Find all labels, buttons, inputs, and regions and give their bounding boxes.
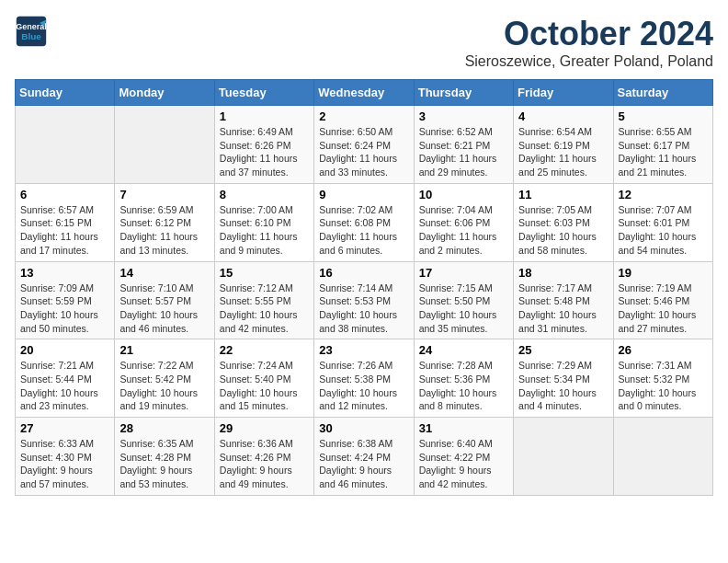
calendar-week-row: 6Sunrise: 6:57 AMSunset: 6:15 PMDaylight… (16, 183, 713, 261)
day-detail: Sunrise: 6:40 AMSunset: 4:22 PMDaylight:… (419, 437, 508, 491)
calendar-table: SundayMondayTuesdayWednesdayThursdayFrid… (15, 79, 713, 496)
day-detail: Sunrise: 7:19 AMSunset: 5:46 PMDaylight:… (619, 282, 708, 336)
day-detail: Sunrise: 6:50 AMSunset: 6:24 PMDaylight:… (319, 125, 408, 179)
day-number: 5 (619, 109, 708, 123)
calendar-week-row: 1Sunrise: 6:49 AMSunset: 6:26 PMDaylight… (16, 106, 713, 184)
day-detail: Sunrise: 7:10 AMSunset: 5:57 PMDaylight:… (119, 282, 209, 336)
day-number: 10 (419, 188, 508, 201)
day-detail: Sunrise: 7:31 AMSunset: 5:32 PMDaylight:… (619, 359, 708, 413)
day-detail: Sunrise: 7:09 AMSunset: 5:59 PMDaylight:… (20, 282, 109, 336)
day-detail: Sunrise: 7:26 AMSunset: 5:38 PMDaylight:… (319, 359, 408, 413)
day-number: 17 (419, 266, 508, 280)
calendar-cell: 28Sunrise: 6:35 AMSunset: 4:28 PMDayligh… (115, 418, 214, 496)
day-detail: Sunrise: 6:57 AMSunset: 6:15 PMDaylight:… (20, 203, 109, 258)
day-number: 20 (20, 343, 109, 357)
calendar-cell: 20Sunrise: 7:21 AMSunset: 5:44 PMDayligh… (16, 339, 115, 418)
calendar-cell: 29Sunrise: 6:36 AMSunset: 4:26 PMDayligh… (214, 418, 313, 496)
calendar-cell: 9Sunrise: 7:02 AMSunset: 6:08 PMDaylight… (314, 183, 414, 261)
day-number: 29 (220, 421, 309, 435)
calendar-cell (115, 106, 214, 184)
calendar-cell: 19Sunrise: 7:19 AMSunset: 5:46 PMDayligh… (613, 261, 712, 339)
day-detail: Sunrise: 6:49 AMSunset: 6:26 PMDaylight:… (220, 125, 309, 179)
day-number: 23 (319, 343, 408, 357)
calendar-week-row: 13Sunrise: 7:09 AMSunset: 5:59 PMDayligh… (16, 261, 713, 339)
calendar-cell: 16Sunrise: 7:14 AMSunset: 5:53 PMDayligh… (314, 261, 414, 339)
calendar-cell: 31Sunrise: 6:40 AMSunset: 4:22 PMDayligh… (414, 418, 513, 496)
calendar-cell: 1Sunrise: 6:49 AMSunset: 6:26 PMDaylight… (214, 106, 313, 184)
day-number: 25 (518, 343, 608, 357)
weekday-header: Thursday (414, 80, 513, 106)
day-number: 27 (20, 421, 109, 435)
calendar-cell: 7Sunrise: 6:59 AMSunset: 6:12 PMDaylight… (115, 183, 214, 261)
day-number: 19 (619, 266, 708, 280)
day-detail: Sunrise: 7:24 AMSunset: 5:40 PMDaylight:… (220, 359, 309, 413)
day-detail: Sunrise: 6:52 AMSunset: 6:21 PMDaylight:… (419, 125, 508, 179)
day-number: 26 (619, 343, 708, 357)
day-number: 28 (119, 421, 209, 435)
calendar-cell: 30Sunrise: 6:38 AMSunset: 4:24 PMDayligh… (314, 418, 414, 496)
calendar-cell (16, 106, 115, 184)
day-detail: Sunrise: 7:29 AMSunset: 5:34 PMDaylight:… (518, 359, 608, 413)
day-number: 11 (518, 188, 608, 201)
header: General Blue October 2024 Sieroszewice, … (15, 15, 713, 70)
day-number: 9 (319, 188, 408, 201)
day-number: 15 (220, 266, 309, 280)
calendar-cell: 3Sunrise: 6:52 AMSunset: 6:21 PMDaylight… (414, 106, 513, 184)
day-number: 14 (119, 266, 209, 280)
day-number: 6 (20, 188, 109, 201)
month-title: October 2024 (465, 15, 713, 53)
day-number: 3 (419, 109, 508, 123)
day-number: 31 (419, 421, 508, 435)
day-detail: Sunrise: 7:02 AMSunset: 6:08 PMDaylight:… (319, 203, 408, 258)
day-number: 2 (319, 109, 408, 123)
calendar-cell: 25Sunrise: 7:29 AMSunset: 5:34 PMDayligh… (514, 339, 613, 418)
weekday-header: Sunday (16, 80, 115, 106)
weekday-header-row: SundayMondayTuesdayWednesdayThursdayFrid… (16, 80, 713, 106)
calendar-cell: 6Sunrise: 6:57 AMSunset: 6:15 PMDaylight… (16, 183, 115, 261)
weekday-header: Friday (514, 80, 613, 106)
calendar-cell: 18Sunrise: 7:17 AMSunset: 5:48 PMDayligh… (514, 261, 613, 339)
calendar-cell: 14Sunrise: 7:10 AMSunset: 5:57 PMDayligh… (115, 261, 214, 339)
day-number: 16 (319, 266, 408, 280)
day-number: 13 (20, 266, 109, 280)
day-number: 4 (518, 109, 608, 123)
title-area: October 2024 Sieroszewice, Greater Polan… (465, 15, 713, 70)
day-detail: Sunrise: 7:12 AMSunset: 5:55 PMDaylight:… (220, 282, 309, 336)
day-detail: Sunrise: 6:33 AMSunset: 4:30 PMDaylight:… (20, 437, 109, 491)
day-number: 24 (419, 343, 508, 357)
calendar-cell: 12Sunrise: 7:07 AMSunset: 6:01 PMDayligh… (613, 183, 712, 261)
calendar-cell: 22Sunrise: 7:24 AMSunset: 5:40 PMDayligh… (214, 339, 313, 418)
calendar-cell: 10Sunrise: 7:04 AMSunset: 6:06 PMDayligh… (414, 183, 513, 261)
day-number: 30 (319, 421, 408, 435)
calendar-cell: 21Sunrise: 7:22 AMSunset: 5:42 PMDayligh… (115, 339, 214, 418)
calendar-cell: 4Sunrise: 6:54 AMSunset: 6:19 PMDaylight… (514, 106, 613, 184)
day-detail: Sunrise: 7:14 AMSunset: 5:53 PMDaylight:… (319, 282, 408, 336)
calendar-cell (613, 418, 712, 496)
calendar-cell: 24Sunrise: 7:28 AMSunset: 5:36 PMDayligh… (414, 339, 513, 418)
day-detail: Sunrise: 7:04 AMSunset: 6:06 PMDaylight:… (419, 203, 508, 258)
day-detail: Sunrise: 7:05 AMSunset: 6:03 PMDaylight:… (518, 203, 608, 258)
day-detail: Sunrise: 7:07 AMSunset: 6:01 PMDaylight:… (619, 203, 708, 258)
day-number: 12 (619, 188, 708, 201)
weekday-header: Saturday (613, 80, 712, 106)
weekday-header: Monday (115, 80, 214, 106)
logo-icon: General Blue (15, 15, 48, 48)
calendar-cell: 2Sunrise: 6:50 AMSunset: 6:24 PMDaylight… (314, 106, 414, 184)
weekday-header: Wednesday (314, 80, 414, 106)
day-number: 1 (220, 109, 309, 123)
calendar-cell: 5Sunrise: 6:55 AMSunset: 6:17 PMDaylight… (613, 106, 712, 184)
day-detail: Sunrise: 7:22 AMSunset: 5:42 PMDaylight:… (119, 359, 209, 413)
calendar-cell: 8Sunrise: 7:00 AMSunset: 6:10 PMDaylight… (214, 183, 313, 261)
calendar-week-row: 27Sunrise: 6:33 AMSunset: 4:30 PMDayligh… (16, 418, 713, 496)
svg-text:Blue: Blue (21, 31, 41, 41)
day-detail: Sunrise: 6:59 AMSunset: 6:12 PMDaylight:… (119, 203, 209, 258)
calendar-cell (514, 418, 613, 496)
day-number: 7 (119, 188, 209, 201)
day-detail: Sunrise: 7:21 AMSunset: 5:44 PMDaylight:… (20, 359, 109, 413)
calendar-cell: 26Sunrise: 7:31 AMSunset: 5:32 PMDayligh… (613, 339, 712, 418)
location-title: Sieroszewice, Greater Poland, Poland (465, 53, 713, 70)
day-detail: Sunrise: 7:28 AMSunset: 5:36 PMDaylight:… (419, 359, 508, 413)
day-detail: Sunrise: 7:17 AMSunset: 5:48 PMDaylight:… (518, 282, 608, 336)
calendar-cell: 23Sunrise: 7:26 AMSunset: 5:38 PMDayligh… (314, 339, 414, 418)
day-number: 21 (119, 343, 209, 357)
